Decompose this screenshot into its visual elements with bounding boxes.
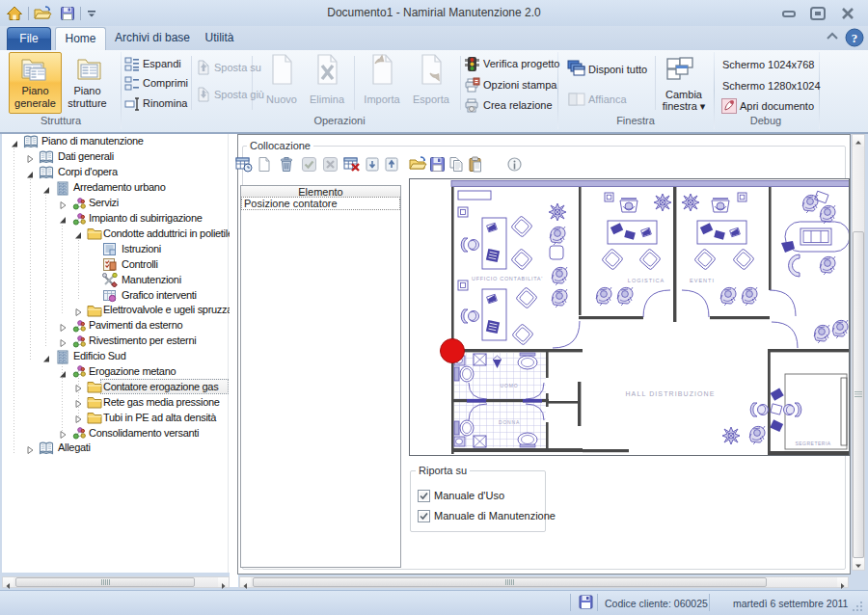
svg-text:SEGRETERIA: SEGRETERIA	[795, 441, 830, 446]
svg-text:UOMO: UOMO	[501, 383, 519, 388]
svg-text:?: ?	[852, 31, 858, 45]
svg-text:DONNA: DONNA	[499, 419, 520, 425]
svg-text:EVENTI: EVENTI	[690, 278, 715, 283]
svg-text:UFFICIO CONTABILITA': UFFICIO CONTABILITA'	[472, 276, 543, 281]
svg-text:HALL DISTRIBUZIONE: HALL DISTRIBUZIONE	[625, 390, 715, 397]
svg-text:LOGISTICA: LOGISTICA	[628, 278, 665, 283]
